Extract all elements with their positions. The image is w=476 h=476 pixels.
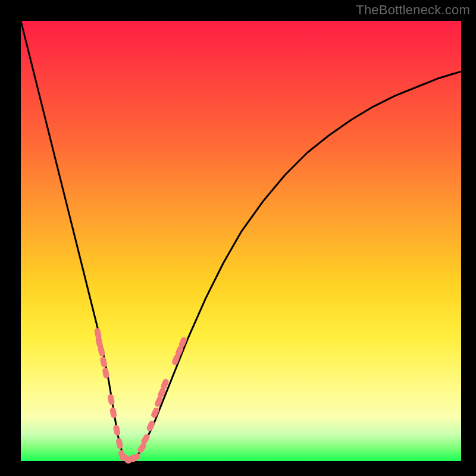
- curve-marker: [107, 394, 115, 406]
- watermark-text: TheBottleneck.com: [356, 2, 470, 18]
- curve-markers: [94, 328, 188, 465]
- bottleneck-curve: [21, 21, 461, 461]
- curve-marker: [113, 424, 121, 436]
- chart-frame: TheBottleneck.com: [0, 0, 476, 476]
- curve-marker: [98, 345, 106, 357]
- curve-layer: [21, 21, 461, 461]
- curve-marker: [102, 367, 109, 379]
- curve-marker: [115, 438, 123, 450]
- curve-marker: [99, 356, 108, 368]
- curve-marker: [109, 407, 117, 418]
- plot-area: [21, 21, 461, 461]
